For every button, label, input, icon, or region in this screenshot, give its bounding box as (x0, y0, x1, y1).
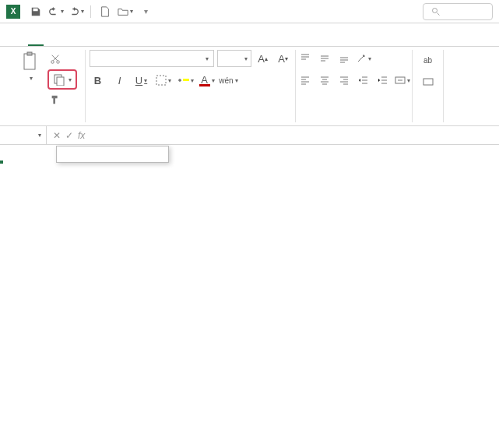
fill-color-button[interactable]: ▾ (177, 72, 194, 89)
group-alignment: ▾ ▾ (296, 50, 413, 122)
phonetic-button[interactable]: wén▾ (220, 72, 237, 89)
orientation-icon (356, 53, 367, 64)
copy-tooltip (56, 146, 169, 163)
open-folder-icon[interactable]: ▾ (116, 2, 135, 21)
svg-rect-1 (24, 54, 35, 69)
paste-icon (22, 51, 39, 72)
formula-bar-row: ▾ ✕ ✓ fx (0, 126, 499, 145)
tab-help[interactable] (159, 37, 174, 46)
copy-icon (53, 73, 65, 86)
format-painter-button[interactable] (47, 92, 63, 108)
tab-layout[interactable] (65, 37, 81, 46)
increase-font-button[interactable]: A▴ (255, 50, 272, 67)
redo-icon[interactable]: ▾ (67, 2, 86, 21)
tab-view[interactable] (140, 37, 156, 46)
indent-increase-button[interactable] (374, 72, 392, 89)
align-center-icon (319, 75, 330, 86)
merge2-icon (423, 76, 434, 87)
decrease-font-button[interactable]: A▾ (275, 50, 292, 67)
font-name-select[interactable]: ▾ (90, 50, 214, 67)
font-size-select[interactable]: ▾ (217, 50, 251, 67)
new-file-icon[interactable] (96, 2, 114, 21)
ribbon: ▾ ▾ ▾ ▾ A▴ A▾ B I U▾ (0, 47, 499, 126)
search-icon (431, 7, 441, 16)
border-button[interactable]: ▾ (155, 72, 172, 89)
align-top-button[interactable] (297, 50, 314, 67)
merge-button[interactable]: ▾ (394, 72, 411, 89)
indent-decrease-button[interactable] (355, 72, 372, 89)
tab-file[interactable] (9, 37, 25, 46)
tab-review[interactable] (121, 37, 137, 46)
cut-button[interactable] (47, 51, 63, 67)
paste-button[interactable]: ▾ (16, 51, 44, 82)
align-right-icon (339, 75, 350, 86)
group-number (444, 50, 456, 122)
svg-rect-7 (156, 76, 166, 85)
save-icon[interactable] (26, 2, 45, 21)
svg-point-3 (51, 61, 54, 64)
border-icon (156, 75, 167, 86)
align-bottom-button[interactable] (336, 50, 353, 67)
tab-formulas[interactable] (84, 37, 100, 46)
align-bot-icon (339, 53, 350, 64)
svg-point-0 (433, 8, 438, 12)
font-color-button[interactable]: A▾ (199, 72, 216, 89)
tab-data[interactable] (103, 37, 118, 46)
excel-logo: X (6, 5, 20, 19)
copy-button[interactable]: ▾ (47, 69, 77, 90)
tab-insert[interactable] (47, 37, 62, 46)
align-middle-button[interactable] (316, 50, 333, 67)
fx-icon[interactable]: fx (78, 130, 85, 141)
svg-point-4 (56, 61, 59, 64)
formula-accept-icon[interactable]: ✓ (65, 130, 73, 141)
align-left-icon (300, 75, 311, 86)
align-center-button[interactable] (316, 72, 333, 89)
name-box[interactable]: ▾ (0, 126, 47, 144)
group-clipboard: ▾ ▾ (8, 50, 86, 122)
align-right-button[interactable] (336, 72, 353, 89)
tab-home[interactable] (28, 35, 44, 46)
undo-icon[interactable]: ▾ (47, 2, 65, 21)
group-font: ▾ ▾ A▴ A▾ B I U▾ ▾ ▾ A▾ wén▾ (86, 50, 296, 122)
outdent-icon (358, 75, 369, 86)
svg-rect-6 (57, 77, 64, 86)
merge-icon (395, 75, 406, 86)
qat-customize-icon[interactable]: ▾ (136, 2, 155, 21)
align-top-icon (300, 53, 311, 64)
ribbon-tabs (0, 23, 499, 47)
wrap-text-button[interactable]: ab (420, 51, 437, 69)
indent-icon (378, 75, 388, 86)
orientation-button[interactable]: ▾ (355, 50, 372, 67)
merge-cells-button[interactable] (420, 73, 437, 90)
formula-cancel-icon[interactable]: ✕ (53, 130, 61, 141)
svg-rect-9 (423, 79, 433, 85)
underline-button[interactable]: U▾ (133, 72, 150, 89)
scissors-icon (50, 54, 61, 65)
svg-rect-2 (27, 52, 32, 55)
group-wrap: ab (413, 50, 444, 122)
quick-access-toolbar: X ▾ ▾ ▾ ▾ (0, 0, 499, 23)
bucket-icon (177, 76, 183, 85)
search-input[interactable] (423, 3, 493, 20)
align-left-button[interactable] (297, 72, 314, 89)
brush-icon (50, 94, 61, 105)
bold-button[interactable]: B (90, 72, 107, 89)
align-mid-icon (319, 53, 330, 64)
italic-button[interactable]: I (111, 72, 128, 89)
